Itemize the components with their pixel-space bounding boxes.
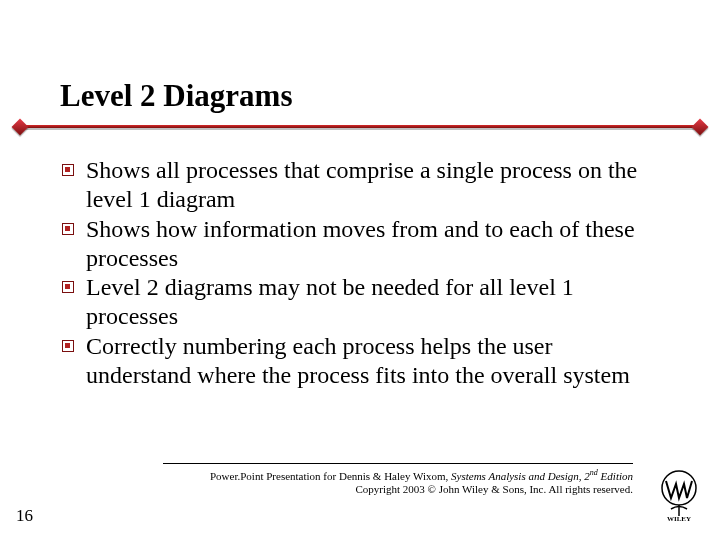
list-item: Level 2 diagrams may not be needed for a… [62,273,652,332]
bullet-text: Level 2 diagrams may not be needed for a… [86,273,652,332]
footer-edition-suffix: nd [590,468,598,477]
footer-book-title: Systems Analysis and Design, [451,470,584,482]
list-item: Shows all processes that comprise a sing… [62,156,652,215]
wiley-logo: WILEY [656,468,702,522]
list-item: Correctly numbering each process helps t… [62,332,652,391]
footer-text: Power.Point Presentation for Dennis & Ha… [163,468,633,497]
bullet-icon [62,164,74,176]
bullet-text: Shows how information moves from and to … [86,215,652,274]
svg-text:WILEY: WILEY [667,515,691,522]
list-item: Shows how information moves from and to … [62,215,652,274]
diamond-icon [692,119,709,136]
page-number: 16 [16,506,33,526]
footer-copyright: Copyright 2003 © John Wiley & Sons, Inc.… [356,483,634,495]
bullet-icon [62,340,74,352]
footer-line1-pre: Power.Point Presentation for Dennis & Ha… [210,470,451,482]
bullet-text: Shows all processes that comprise a sing… [86,156,652,215]
diamond-icon [12,119,29,136]
slide-body: Shows all processes that comprise a sing… [62,156,652,390]
title-underline [14,123,706,133]
bullet-text: Correctly numbering each process helps t… [86,332,652,391]
footer-divider [163,463,633,464]
slide-title: Level 2 Diagrams [60,78,292,114]
bullet-icon [62,223,74,235]
bullet-icon [62,281,74,293]
slide: Level 2 Diagrams Shows all processes tha… [0,0,720,540]
footer-edition-word: Edition [598,470,633,482]
